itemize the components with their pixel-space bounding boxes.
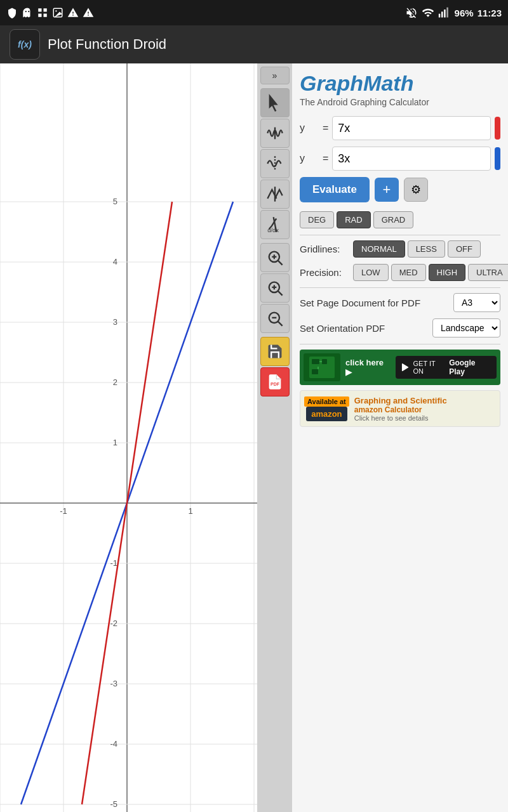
svg-text:-3: -3 xyxy=(110,679,117,688)
svg-rect-6 xyxy=(438,14,440,18)
graph-area[interactable]: 5 4 3 2 1 -1 -2 -3 -4 -5 -1 1 xyxy=(0,63,257,812)
svg-text:-5: -5 xyxy=(110,799,117,809)
gridlines-off-button[interactable]: OFF xyxy=(448,240,481,258)
precision-high-button[interactable]: HIGH xyxy=(429,264,466,281)
svg-text:2: 2 xyxy=(113,377,117,387)
play-store-icon xyxy=(401,362,410,372)
wave2-button[interactable] xyxy=(260,149,290,178)
equation-1-color[interactable] xyxy=(495,117,500,140)
settings-button[interactable]: ⚙ xyxy=(404,178,428,202)
pdf-button[interactable]: PDF xyxy=(260,367,290,396)
rad-button[interactable]: RAD xyxy=(337,211,370,228)
status-left-icons xyxy=(6,7,94,18)
absolute-icon xyxy=(266,185,284,203)
zoom-fit-icon xyxy=(266,249,284,266)
page-document-row: Set Page Document for PDF A3 A4 Letter xyxy=(300,293,500,312)
zoom-in-button[interactable] xyxy=(260,273,290,303)
google-play-badge[interactable]: GET IT ON Google Play xyxy=(396,356,497,379)
zoom-fit-button[interactable] xyxy=(260,243,290,272)
precision-med-button[interactable]: MED xyxy=(391,264,426,281)
main-content: 5 4 3 2 1 -1 -2 -3 -4 -5 -1 1 » xyxy=(0,63,508,812)
svg-rect-8 xyxy=(444,10,446,18)
ghost-icon xyxy=(22,7,33,18)
derivative-button[interactable]: d/dx xyxy=(260,210,290,239)
sine-wave-icon xyxy=(266,124,284,142)
svg-text:d/dx: d/dx xyxy=(267,227,279,233)
equation-1-input[interactable] xyxy=(332,116,491,140)
pdf-icon: PDF xyxy=(266,373,284,391)
deg-button[interactable]: DEG xyxy=(300,211,334,228)
add-equation-button[interactable]: + xyxy=(375,178,399,202)
title-bar: f(x) Plot Function Droid xyxy=(0,25,508,63)
available-at-label: Available at xyxy=(304,396,349,407)
zoom-out-button[interactable] xyxy=(260,304,290,333)
evaluate-button[interactable]: Evaluate xyxy=(300,177,370,202)
ad2-sub: Click here to see details xyxy=(354,414,447,422)
orientation-select[interactable]: Landscape Portrait xyxy=(432,318,500,337)
equation-2-input[interactable] xyxy=(332,147,491,171)
svg-text:1: 1 xyxy=(113,438,117,447)
google-play-label: Google Play xyxy=(449,358,491,376)
svg-text:-2: -2 xyxy=(110,619,117,628)
orientation-label: Set Orientation PDF xyxy=(300,323,427,334)
status-bar: 96% 11:23 xyxy=(0,0,508,25)
graphmath-subtitle: The Android Graphing Calculator xyxy=(300,97,500,107)
shield-icon xyxy=(6,7,18,18)
mute-icon xyxy=(405,6,418,19)
gridlines-group: Gridlines: NORMAL LESS OFF xyxy=(300,240,500,258)
svg-rect-10 xyxy=(0,63,257,812)
svg-rect-0 xyxy=(38,8,41,11)
eq2-label: y xyxy=(300,153,319,164)
ad2-title: Graphing and Scientific xyxy=(354,396,447,405)
precision-ultra-button[interactable]: ULTRA xyxy=(468,264,508,281)
svg-text:-1: -1 xyxy=(60,506,67,516)
cursor-tool-button[interactable] xyxy=(260,88,290,117)
ad-banner-2[interactable]: Available at amazon Graphing and Scienti… xyxy=(300,390,500,427)
svg-rect-9 xyxy=(446,8,448,18)
svg-rect-59 xyxy=(312,359,319,364)
eq1-label: y xyxy=(300,122,319,134)
sine-wave-button[interactable] xyxy=(260,119,290,148)
svg-rect-7 xyxy=(441,11,443,17)
svg-text:4: 4 xyxy=(113,257,117,266)
equation-row-1: y = xyxy=(300,116,500,140)
status-right-info: 96% 11:23 xyxy=(405,6,502,19)
ad-banner-1[interactable]: click here ▶ GET IT ON Google Play xyxy=(300,350,500,385)
app-logo: f(x) xyxy=(10,29,40,60)
svg-rect-2 xyxy=(38,14,41,17)
save-icon xyxy=(266,343,284,360)
gridlines-normal-button[interactable]: NORMAL xyxy=(353,240,405,258)
precision-low-button[interactable]: LOW xyxy=(353,264,389,281)
precision-group: Precision: LOW MED HIGH ULTRA xyxy=(300,264,500,281)
expand-button[interactable]: » xyxy=(260,67,290,84)
svg-text:-4: -4 xyxy=(110,739,117,749)
angle-mode-group: DEG RAD GRAD xyxy=(300,211,500,228)
clock: 11:23 xyxy=(478,8,502,18)
svg-text:-1: -1 xyxy=(110,558,117,568)
svg-point-5 xyxy=(55,10,57,11)
svg-rect-3 xyxy=(44,14,47,17)
ad1-click-text: click here ▶ xyxy=(345,358,391,377)
svg-rect-60 xyxy=(322,359,327,364)
amazon-logo: amazon xyxy=(306,407,347,421)
graphmath-logo: GraphMath xyxy=(300,71,500,96)
right-panel: GraphMath The Android Graphing Calculato… xyxy=(292,63,508,812)
page-document-label: Set Page Document for PDF xyxy=(300,298,448,308)
save-button[interactable] xyxy=(260,337,290,366)
get-it-on-label: GET IT ON xyxy=(413,360,446,375)
grad-button[interactable]: GRAD xyxy=(373,211,414,228)
toolbar: » xyxy=(257,63,292,812)
cursor-icon xyxy=(266,94,284,112)
svg-line-51 xyxy=(277,291,282,296)
gridlines-less-button[interactable]: LESS xyxy=(408,240,445,258)
equation-2-color[interactable] xyxy=(495,147,500,170)
page-document-select[interactable]: A3 A4 Letter xyxy=(453,293,500,312)
absolute-button[interactable] xyxy=(260,180,290,209)
svg-rect-61 xyxy=(312,369,318,374)
circuit-board-icon xyxy=(309,357,335,378)
warning-icon-2 xyxy=(83,7,94,18)
equation-row-2: y = xyxy=(300,147,500,171)
orientation-row: Set Orientation PDF Landscape Portrait xyxy=(300,318,500,337)
signal-icon xyxy=(438,6,451,19)
warning-icon-1 xyxy=(67,7,79,18)
